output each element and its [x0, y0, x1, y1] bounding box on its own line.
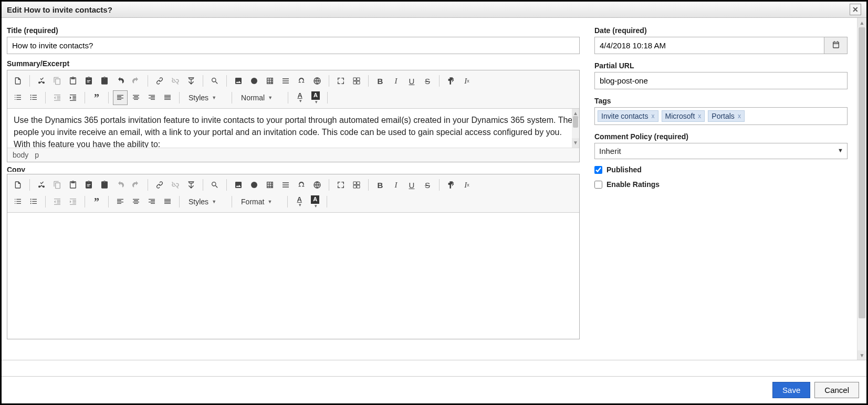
find-icon[interactable]	[207, 178, 222, 192]
published-checkbox[interactable]	[594, 166, 602, 174]
indent-icon[interactable]	[66, 194, 80, 209]
bgcolor-icon[interactable]: A▾	[308, 194, 322, 209]
redo-icon[interactable]	[129, 178, 143, 192]
image-icon[interactable]	[231, 178, 246, 192]
unlink-icon[interactable]	[168, 178, 183, 192]
cut-icon[interactable]	[34, 178, 49, 192]
unlink-icon[interactable]	[168, 74, 183, 88]
dialog-scrollbar[interactable]: ▲ ▼	[857, 18, 866, 360]
copy-icon[interactable]	[50, 74, 65, 88]
maximize-icon[interactable]	[333, 74, 348, 88]
format-dropdown[interactable]: Format▼	[236, 194, 283, 209]
copyformat-icon[interactable]	[444, 74, 458, 88]
removeformat-icon[interactable]: Ix	[459, 74, 474, 88]
image-icon[interactable]	[231, 74, 246, 88]
alignjustify-icon[interactable]	[160, 90, 175, 105]
circle-icon[interactable]	[247, 178, 262, 192]
numlist-icon[interactable]	[11, 90, 25, 105]
date-picker-button[interactable]	[824, 37, 848, 54]
italic-icon[interactable]: I	[389, 178, 403, 192]
showblocks-icon[interactable]	[349, 74, 364, 88]
source-icon[interactable]	[11, 74, 25, 88]
tag-remove-icon[interactable]: x	[738, 112, 741, 120]
numlist-icon[interactable]	[11, 194, 25, 209]
specialchar-icon[interactable]	[294, 178, 309, 192]
textcolor-icon[interactable]: A▾	[292, 90, 307, 105]
iframe-icon[interactable]	[310, 74, 325, 88]
bullist-icon[interactable]	[26, 194, 41, 209]
scroll-thumb[interactable]	[859, 27, 865, 318]
iframe-icon[interactable]	[310, 178, 325, 192]
hr-icon[interactable]	[278, 74, 293, 88]
scroll-up-icon[interactable]: ▲	[857, 18, 866, 27]
aligncenter-icon[interactable]	[129, 90, 143, 105]
table-icon[interactable]	[263, 74, 277, 88]
hr-icon[interactable]	[278, 178, 293, 192]
blockquote-icon[interactable]: ”	[89, 194, 104, 209]
anchor-icon[interactable]	[184, 178, 198, 192]
specialchar-icon[interactable]	[294, 74, 309, 88]
cut-icon[interactable]	[34, 74, 49, 88]
date-input[interactable]	[594, 37, 824, 54]
underline-icon[interactable]: U	[404, 178, 419, 192]
bold-icon[interactable]: B	[373, 74, 388, 88]
link-icon[interactable]	[152, 178, 167, 192]
styles-dropdown[interactable]: Styles▼	[184, 194, 227, 209]
title-input[interactable]	[7, 37, 580, 54]
copy-editor-body[interactable]	[7, 213, 579, 339]
indent-icon[interactable]	[66, 90, 80, 105]
styles-dropdown[interactable]: Styles▼	[184, 90, 227, 105]
blockquote-icon[interactable]: ”	[89, 90, 104, 105]
summary-editor-body[interactable]: Use the Dynamics 365 portals invitation …	[7, 109, 579, 148]
paste-icon[interactable]	[66, 178, 80, 192]
ratings-checkbox[interactable]	[594, 181, 602, 189]
tags-input[interactable]: Invite contactsx Microsoftx Portalsx	[594, 107, 848, 125]
format-dropdown[interactable]: Normal▼	[236, 90, 284, 105]
comment-policy-select[interactable]: Inherit	[594, 143, 848, 159]
paste-text-icon[interactable]	[81, 178, 96, 192]
bgcolor-icon[interactable]: A▾	[308, 90, 323, 105]
paste-icon[interactable]	[66, 74, 80, 88]
link-icon[interactable]	[152, 74, 167, 88]
save-button[interactable]: Save	[772, 382, 810, 398]
dialog-close-button[interactable]: ✕	[850, 4, 861, 15]
source-icon[interactable]	[11, 178, 25, 192]
underline-icon[interactable]: U	[404, 74, 419, 88]
circle-icon[interactable]	[247, 74, 262, 88]
maximize-icon[interactable]	[333, 178, 348, 192]
tag-remove-icon[interactable]: x	[652, 112, 655, 120]
alignleft-icon[interactable]	[113, 90, 128, 105]
alignright-icon[interactable]	[144, 194, 159, 209]
bullist-icon[interactable]	[26, 90, 41, 105]
scroll-down-icon[interactable]: ▼	[857, 350, 866, 360]
strike-icon[interactable]: S	[420, 74, 435, 88]
find-icon[interactable]	[207, 74, 222, 88]
copy-icon[interactable]	[50, 178, 65, 192]
cancel-button[interactable]: Cancel	[814, 382, 859, 398]
anchor-icon[interactable]	[184, 74, 198, 88]
summary-scrollbar[interactable]: ▲ ▼	[572, 109, 579, 148]
summary-element-path[interactable]: bodyp	[7, 148, 579, 162]
outdent-icon[interactable]	[50, 90, 65, 105]
redo-icon[interactable]	[129, 74, 143, 88]
bold-icon[interactable]: B	[373, 178, 388, 192]
table-icon[interactable]	[263, 178, 277, 192]
paste-text-icon[interactable]	[81, 74, 96, 88]
partial-url-input[interactable]	[594, 72, 848, 89]
paste-word-icon[interactable]	[97, 178, 112, 192]
aligncenter-icon[interactable]	[129, 194, 143, 209]
textcolor-icon[interactable]: A▾	[292, 194, 307, 209]
undo-icon[interactable]	[113, 74, 128, 88]
strike-icon[interactable]: S	[420, 178, 435, 192]
alignright-icon[interactable]	[144, 90, 159, 105]
undo-icon[interactable]	[113, 178, 128, 192]
tag-remove-icon[interactable]: x	[698, 112, 701, 120]
copyformat-icon[interactable]	[444, 178, 458, 192]
alignjustify-icon[interactable]	[160, 194, 175, 209]
paste-word-icon[interactable]	[97, 74, 112, 88]
removeformat-icon[interactable]: Ix	[459, 178, 474, 192]
showblocks-icon[interactable]	[349, 178, 364, 192]
outdent-icon[interactable]	[50, 194, 65, 209]
italic-icon[interactable]: I	[389, 74, 403, 88]
alignleft-icon[interactable]	[113, 194, 128, 209]
